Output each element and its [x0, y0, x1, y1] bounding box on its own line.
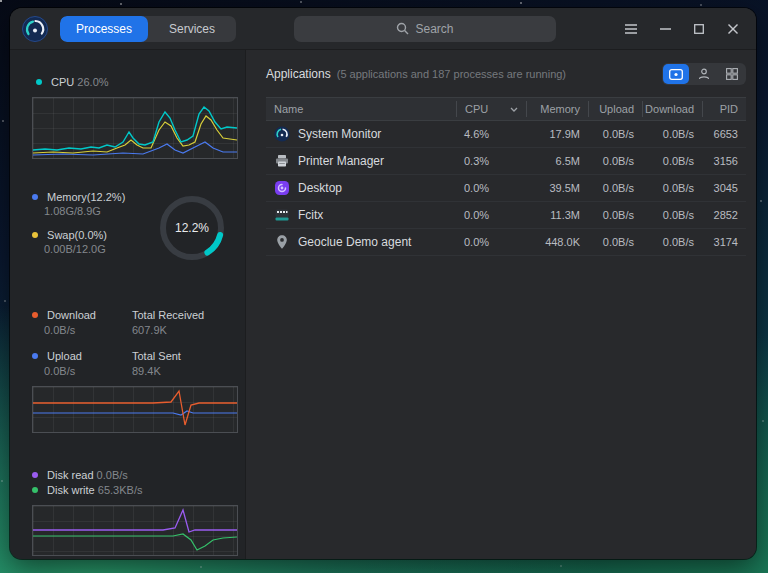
column-header-name[interactable]: Name: [266, 101, 456, 117]
column-header-upload[interactable]: Upload: [588, 101, 642, 117]
memory-ring-value: 12.2%: [157, 193, 227, 263]
printer-icon: [274, 153, 290, 169]
table-row[interactable]: Printer Manager 0.3% 6.5M 0.0B/s 0.0B/s …: [266, 148, 746, 175]
process-table: Name CPU Memory Upload Download PID: [266, 97, 746, 256]
upload-value: 0.0B/s: [44, 365, 132, 377]
column-header-cpu[interactable]: CPU: [456, 101, 526, 117]
swap-label: Swap(0.0%): [47, 229, 107, 241]
desktop-icon: [274, 180, 290, 196]
disk-chart[interactable]: [32, 505, 238, 556]
table-row[interactable]: Fcitx 0.0% 11.3M 0.0B/s 0.0B/s 2852: [266, 202, 746, 229]
process-memory: 17.9M: [526, 128, 588, 140]
close-button[interactable]: [716, 12, 750, 46]
process-download: 0.0B/s: [642, 128, 702, 140]
process-memory: 448.0K: [526, 236, 588, 248]
app-logo-icon: [22, 16, 48, 42]
network-chart[interactable]: [32, 386, 238, 433]
panel-subtitle: (5 applications and 187 processes are ru…: [337, 68, 566, 80]
column-header-memory[interactable]: Memory: [526, 101, 588, 117]
download-value: 0.0B/s: [44, 324, 132, 336]
total-sent-stat: Total Sent 89.4K: [132, 350, 237, 377]
view-all-processes-button[interactable]: [719, 64, 745, 84]
process-cpu: 0.3%: [456, 155, 526, 167]
mode-tabs: Processes Services: [60, 16, 236, 42]
location-pin-icon: [274, 234, 290, 250]
minimize-button[interactable]: [648, 12, 682, 46]
process-name: Fcitx: [298, 208, 323, 222]
network-stats: Download 0.0B/s Total Received 607.9K Up…: [32, 309, 237, 377]
process-pid: 3045: [702, 182, 746, 194]
disk-read-dot-icon: [32, 472, 38, 478]
memory-ring-chart: 12.2%: [157, 193, 227, 263]
table-header: Name CPU Memory Upload Download PID: [266, 97, 746, 121]
process-cpu: 0.0%: [456, 209, 526, 221]
total-received-stat: Total Received 607.9K: [132, 309, 237, 336]
upload-stat: Upload 0.0B/s: [32, 350, 132, 377]
process-upload: 0.0B/s: [588, 128, 642, 140]
tab-services[interactable]: Services: [148, 16, 236, 42]
disk-write-dot-icon: [32, 487, 38, 493]
chevron-down-icon: [510, 107, 518, 112]
swap-dot-icon: [32, 232, 38, 238]
titlebar: Processes Services Search: [10, 8, 756, 50]
process-name: Printer Manager: [298, 154, 384, 168]
process-name: Desktop: [298, 181, 342, 195]
cpu-dot-icon: [36, 79, 42, 85]
maximize-button[interactable]: [682, 12, 716, 46]
process-cpu: 0.0%: [456, 236, 526, 248]
view-switcher: [662, 63, 746, 85]
system-monitor-window: Processes Services Search: [10, 8, 756, 559]
cpu-label: CPU: [51, 76, 74, 88]
process-cpu: 0.0%: [456, 182, 526, 194]
cpu-chart[interactable]: [32, 97, 238, 159]
download-dot-icon: [32, 312, 38, 318]
total-received-value: 607.9K: [132, 324, 237, 336]
panel-header: Applications (5 applications and 187 pro…: [266, 63, 746, 85]
process-download: 0.0B/s: [642, 182, 702, 194]
cpu-value: 26.0%: [77, 76, 108, 88]
process-pid: 3174: [702, 236, 746, 248]
view-my-processes-button[interactable]: [691, 64, 717, 84]
total-sent-label: Total Sent: [132, 350, 237, 362]
table-row[interactable]: Desktop 0.0% 39.5M 0.0B/s 0.0B/s 3045: [266, 175, 746, 202]
upload-dot-icon: [32, 353, 38, 359]
process-pid: 6653: [702, 128, 746, 140]
total-sent-value: 89.4K: [132, 365, 237, 377]
swap-detail: 0.00B/12.0G: [44, 243, 157, 255]
download-stat: Download 0.0B/s: [32, 309, 132, 336]
process-download: 0.0B/s: [642, 155, 702, 167]
process-memory: 39.5M: [526, 182, 588, 194]
disk-read-label: Disk read: [47, 469, 93, 481]
total-received-label: Total Received: [132, 309, 237, 321]
process-panel: Applications (5 applications and 187 pro…: [246, 50, 756, 559]
search-input[interactable]: Search: [294, 16, 556, 42]
memory-stat: Memory(12.2%) 1.08G/8.9G Swap(0.0%) 0.00…: [32, 191, 237, 267]
process-upload: 0.0B/s: [588, 182, 642, 194]
disk-write-label: Disk write: [47, 484, 95, 496]
table-row[interactable]: Geoclue Demo agent 0.0% 448.0K 0.0B/s 0.…: [266, 229, 746, 256]
download-label: Download: [47, 309, 96, 321]
process-name: Geoclue Demo agent: [298, 235, 411, 249]
process-memory: 6.5M: [526, 155, 588, 167]
system-monitor-icon: [274, 126, 290, 142]
stats-sidebar: CPU 26.0% Memory(12.2%) 1.08G/8.9G: [10, 50, 246, 559]
fcitx-keyboard-icon: [274, 207, 290, 223]
process-name: System Monitor: [298, 127, 381, 141]
process-pid: 2852: [702, 209, 746, 221]
process-upload: 0.0B/s: [588, 209, 642, 221]
disk-write-value: 65.3KB/s: [98, 484, 143, 496]
panel-title: Applications: [266, 67, 331, 81]
column-header-download[interactable]: Download: [642, 101, 702, 117]
process-download: 0.0B/s: [642, 236, 702, 248]
memory-label: Memory(12.2%): [47, 191, 125, 203]
memory-dot-icon: [32, 194, 38, 200]
view-applications-button[interactable]: [663, 64, 689, 84]
process-download: 0.0B/s: [642, 209, 702, 221]
cpu-stat: CPU 26.0%: [36, 76, 237, 88]
column-header-pid[interactable]: PID: [702, 101, 746, 117]
upload-label: Upload: [47, 350, 82, 362]
tab-processes[interactable]: Processes: [60, 16, 148, 42]
memory-detail: 1.08G/8.9G: [44, 205, 157, 217]
menu-button[interactable]: [614, 12, 648, 46]
table-row[interactable]: System Monitor 4.6% 17.9M 0.0B/s 0.0B/s …: [266, 121, 746, 148]
